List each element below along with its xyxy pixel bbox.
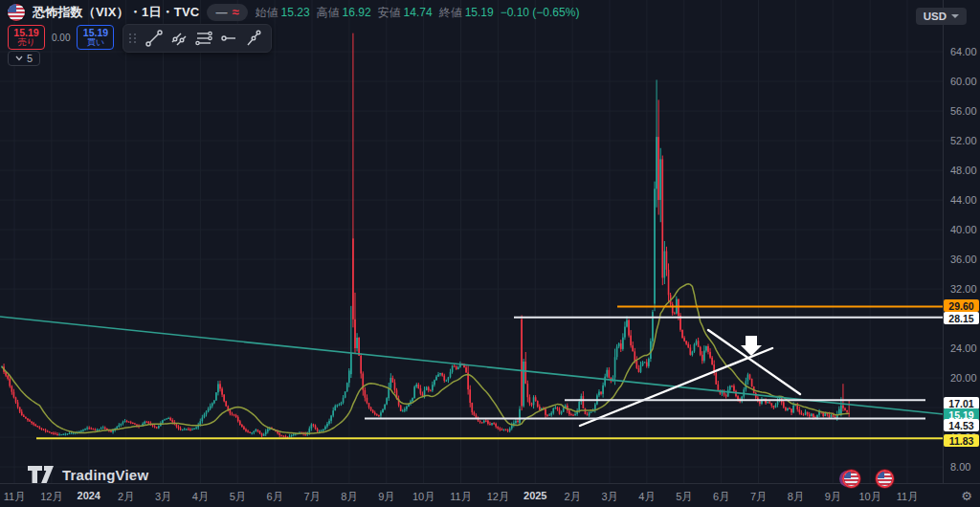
time-tick-label: 10月 — [859, 490, 881, 504]
symbol-title[interactable]: 恐怖指数（VIX）・1日・TVC — [33, 4, 199, 21]
drag-handle[interactable] — [129, 33, 137, 43]
time-tick-label: 7月 — [750, 490, 767, 504]
buy-price: 15.19 — [83, 28, 108, 38]
sell-label: 売り — [17, 38, 34, 47]
tradingview-logo[interactable]: TradingView — [27, 465, 148, 484]
currency-label: USD — [924, 11, 947, 22]
time-tick-label: 12月 — [487, 490, 509, 504]
time-tick-label: 8月 — [788, 490, 804, 504]
time-tick-label: 11月 — [4, 490, 25, 504]
low-label: 安値 — [378, 5, 401, 21]
horizontal-lines-icon[interactable] — [192, 27, 215, 50]
time-tick-label: 3月 — [155, 490, 171, 504]
buy-label: 買い — [87, 38, 104, 47]
price-tick-label: 64.00 — [950, 46, 977, 57]
price-tick-label: 32.00 — [950, 283, 977, 295]
open-label: 始値 — [256, 5, 278, 21]
time-tick-label: 2月 — [565, 490, 581, 504]
chart-header: 恐怖指数（VIX）・1日・TVC — ≈ 始値 15.23 高値 16.92 安… — [8, 4, 579, 21]
time-tick-label: 4月 — [192, 490, 209, 504]
close-value: 15.19 — [465, 6, 494, 19]
price-label-chip: 14.53 — [944, 419, 979, 431]
time-tick-label: 5月 — [230, 490, 246, 504]
price-axis[interactable]: 8.0012.0016.0020.0024.0028.0032.0036.004… — [944, 0, 980, 483]
price-tick-label: 40.00 — [950, 224, 977, 235]
us-flag-icon — [8, 4, 25, 21]
price-tick-label: 8.00 — [950, 461, 970, 473]
drawing-toolbar — [122, 24, 272, 53]
time-tick-label: 10月 — [412, 490, 434, 504]
wave-icon: ≈ — [232, 8, 238, 17]
parallel-channel-icon[interactable] — [167, 27, 190, 50]
chevron-down-icon — [15, 55, 23, 61]
price-chart[interactable] — [0, 0, 980, 507]
ohlc-readout: 始値 15.23 高値 16.92 安値 14.74 終値 15.19 −0.1… — [256, 5, 580, 21]
candles-layer — [1, 33, 850, 438]
low-value: 14.74 — [404, 6, 433, 19]
price-tick-label: 48.00 — [950, 165, 977, 176]
high-value: 16.92 — [343, 6, 371, 19]
timezone-settings-gear-icon[interactable]: ⚙ — [961, 489, 972, 503]
open-value: 15.23 — [281, 6, 310, 19]
chevron-down-icon — [951, 14, 959, 18]
sell-price: 15.19 — [13, 28, 38, 38]
tradingview-logo-text: TradingView — [62, 467, 148, 483]
time-tick-label: 8月 — [341, 490, 357, 504]
price-label-chip: 28.15 — [944, 312, 979, 324]
price-label-chip: 11.83 — [944, 434, 979, 447]
time-tick-label: 6月 — [267, 490, 283, 504]
time-tick-label: 5月 — [676, 490, 692, 504]
time-tick-label: 6月 — [713, 490, 729, 504]
trade-panel: 15.19 売り 0.00 15.19 買い — [8, 25, 114, 50]
trend-line-icon[interactable] — [143, 27, 166, 50]
price-tick-label: 20.00 — [950, 372, 977, 384]
bars-count-value: 5 — [27, 53, 33, 64]
price-tick-label: 52.00 — [950, 135, 977, 146]
sell-button[interactable]: 15.19 売り — [8, 25, 45, 50]
price-tick-label: 60.00 — [950, 76, 977, 87]
time-tick-label: 12月 — [40, 490, 62, 504]
high-label: 高値 — [317, 5, 340, 21]
buy-button[interactable]: 15.19 買い — [77, 25, 114, 50]
time-tick-label: 2025 — [523, 490, 546, 501]
spread-value: 0.00 — [52, 33, 70, 43]
time-tick-label: 11月 — [897, 490, 918, 504]
horizontal-ray-icon[interactable] — [217, 27, 240, 50]
extended-line-icon[interactable] — [242, 27, 265, 50]
us-flag-icon — [878, 472, 892, 486]
price-tick-label: 36.00 — [950, 254, 977, 265]
economic-event-flag-badge[interactable] — [876, 470, 894, 488]
time-tick-label: 3月 — [601, 490, 617, 504]
price-tick-label: 24.00 — [950, 342, 977, 354]
time-tick-label: 4月 — [638, 490, 655, 504]
close-label: 終値 — [439, 5, 462, 21]
tradingview-logo-icon — [27, 465, 56, 484]
time-axis[interactable]: 11月12月20242月3月4月5月6月7月8月9月10月11月12月20252… — [0, 484, 980, 507]
us-flag-icon — [844, 472, 858, 486]
time-tick-label: 7月 — [303, 490, 320, 504]
tradingview-chart-window: 恐怖指数（VIX）・1日・TVC — ≈ 始値 15.23 高値 16.92 安… — [0, 0, 980, 507]
minimize-icon: — — [215, 8, 227, 17]
bars-count-selector[interactable]: 5 — [8, 51, 40, 66]
change-value: −0.10 (−0.65%) — [501, 6, 580, 19]
economic-event-flag-badge[interactable] — [842, 470, 860, 488]
time-tick-label: 9月 — [825, 490, 841, 504]
time-tick-label: 9月 — [378, 490, 394, 504]
time-tick-label: 2月 — [118, 490, 134, 504]
currency-selector[interactable]: USD — [916, 8, 967, 25]
time-tick-label: 2024 — [78, 490, 100, 501]
price-tick-label: 44.00 — [950, 194, 977, 206]
series-toggle-pill[interactable]: — ≈ — [207, 4, 247, 21]
triangle-ascending-line[interactable] — [580, 348, 772, 426]
price-label-chip: 29.60 — [944, 299, 979, 312]
time-tick-label: 11月 — [450, 490, 471, 504]
price-tick-label: 56.00 — [950, 105, 977, 117]
